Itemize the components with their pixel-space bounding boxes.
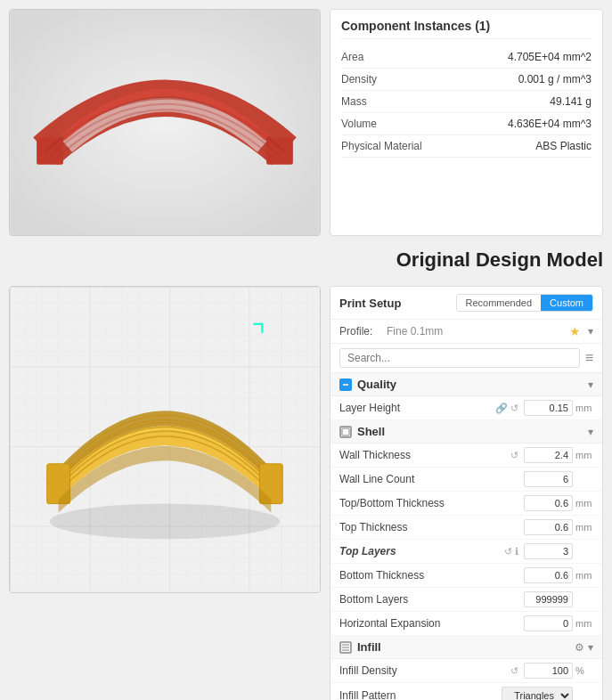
- component-title: Component Instances (1): [341, 19, 592, 39]
- layer-height-input[interactable]: [524, 400, 573, 416]
- quality-chevron-icon: ▾: [588, 378, 593, 391]
- bottom-layers-input[interactable]: [524, 591, 573, 607]
- bottom-thickness-row: Bottom Thickness mm: [330, 564, 602, 588]
- mass-value: 49.141 g: [550, 95, 592, 108]
- top-bottom-thickness-unit: mm: [575, 498, 593, 509]
- bottom-thickness-input[interactable]: [524, 567, 573, 583]
- top-thickness-input[interactable]: [524, 519, 573, 535]
- bottom-section: Print Setup Recommended Custom Profile: …: [0, 282, 612, 700]
- material-value: ABS Plastic: [535, 140, 592, 152]
- infill-chevron-icon: ▾: [588, 641, 593, 654]
- material-label: Physical Material: [341, 140, 422, 152]
- gear-icon[interactable]: ⚙: [575, 641, 584, 654]
- top-layers-row: Top Layers ↺ ℹ: [330, 540, 602, 564]
- infill-pattern-select[interactable]: Triangles Grid Lines: [502, 687, 573, 700]
- reset-icon[interactable]: ↺: [510, 403, 518, 414]
- area-value: 4.705E+04 mm^2: [508, 51, 592, 63]
- search-input[interactable]: [339, 348, 580, 368]
- infill-density-icons: ↺: [510, 665, 518, 677]
- profile-row: Profile: Fine 0.1mm ★ ▾: [330, 320, 602, 344]
- layer-height-row: Layer Height 🔗 ↺ mm: [330, 396, 602, 420]
- profile-value: Fine 0.1mm: [387, 325, 562, 338]
- print-setup-header: Print Setup Recommended Custom: [330, 287, 602, 320]
- info-row-density: Density 0.001 g / mm^3: [341, 69, 592, 91]
- wall-line-count-label: Wall Line Count: [339, 473, 518, 485]
- tab-custom[interactable]: Custom: [541, 295, 592, 311]
- chevron-down-icon[interactable]: ▾: [588, 325, 593, 338]
- shell-section-header[interactable]: Shell ▾: [330, 420, 602, 444]
- infill-section-title: Infill: [357, 640, 575, 654]
- menu-icon[interactable]: ≡: [585, 350, 593, 366]
- original-design-title: Original Design Model: [396, 241, 603, 279]
- bottom-layers-label: Bottom Layers: [339, 593, 518, 606]
- mass-label: Mass: [341, 95, 367, 108]
- top-section: Component Instances (1) Area 4.705E+04 m…: [0, 0, 612, 240]
- tab-group: Recommended Custom: [456, 294, 594, 312]
- layer-height-label: Layer Height: [339, 402, 495, 414]
- horizontal-expansion-input[interactable]: [524, 615, 573, 631]
- top-layers-info-icon[interactable]: ℹ: [515, 546, 518, 558]
- infill-section-header[interactable]: Infill ⚙ ▾: [330, 636, 602, 659]
- infill-pattern-row: Infill Pattern Triangles Grid Lines: [330, 683, 602, 700]
- svg-rect-3: [266, 138, 293, 165]
- search-row: ≡: [330, 344, 602, 373]
- quality-icon: [339, 378, 352, 391]
- top-layers-label: Top Layers: [339, 545, 504, 558]
- shell-icon: [339, 426, 352, 438]
- info-row-mass: Mass 49.141 g: [341, 91, 592, 113]
- top-layers-icons: ↺ ℹ: [504, 546, 518, 558]
- top-layers-input[interactable]: [524, 543, 573, 559]
- layer-height-unit: mm: [575, 403, 593, 413]
- horizontal-expansion-row: Horizontal Expansion mm: [330, 612, 602, 636]
- svg-rect-2: [37, 138, 63, 165]
- bottom-thickness-label: Bottom Thickness: [339, 569, 518, 582]
- info-rows: Area 4.705E+04 mm^2 Density 0.001 g / mm…: [341, 46, 592, 158]
- horizontal-expansion-label: Horizontal Expansion: [339, 617, 518, 630]
- info-row-area: Area 4.705E+04 mm^2: [341, 46, 592, 69]
- svg-point-7: [50, 504, 281, 540]
- profile-label: Profile:: [339, 325, 379, 338]
- tab-recommended[interactable]: Recommended: [457, 295, 542, 311]
- wall-thickness-unit: mm: [575, 450, 593, 460]
- wall-thickness-icons: ↺: [510, 450, 518, 461]
- wall-thickness-input[interactable]: [524, 447, 573, 463]
- print-settings-panel: Print Setup Recommended Custom Profile: …: [330, 286, 603, 700]
- bottom-model-image: [9, 286, 321, 593]
- top-layers-reset-icon[interactable]: ↺: [504, 546, 512, 558]
- wall-reset-icon[interactable]: ↺: [510, 450, 518, 461]
- link-icon[interactable]: 🔗: [495, 403, 508, 414]
- top-thickness-row: Top Thickness mm: [330, 516, 602, 540]
- infill-density-row: Infill Density ↺ %: [330, 659, 602, 683]
- svg-rect-15: [342, 428, 349, 435]
- top-thickness-label: Top Thickness: [339, 521, 518, 533]
- top-thickness-unit: mm: [575, 522, 593, 533]
- layer-height-icons: 🔗 ↺: [495, 403, 518, 414]
- print-setup-label: Print Setup: [339, 297, 401, 310]
- quality-section-title: Quality: [357, 378, 588, 391]
- star-icon[interactable]: ★: [569, 324, 581, 338]
- wall-line-count-input[interactable]: [524, 471, 573, 487]
- wall-line-count-row: Wall Line Count: [330, 468, 602, 492]
- infill-density-reset-icon[interactable]: ↺: [510, 665, 518, 677]
- horizontal-expansion-unit: mm: [575, 618, 593, 629]
- infill-density-input[interactable]: [524, 663, 573, 679]
- infill-density-label: Infill Density: [339, 664, 510, 677]
- infill-icon: [339, 641, 352, 654]
- top-bottom-thickness-row: Top/Bottom Thickness mm: [330, 492, 602, 516]
- wall-thickness-label: Wall Thickness: [339, 449, 510, 461]
- wall-thickness-row: Wall Thickness ↺ mm: [330, 444, 602, 468]
- top-bottom-thickness-input[interactable]: [524, 495, 573, 511]
- top-bottom-thickness-label: Top/Bottom Thickness: [339, 497, 518, 509]
- main-container: Component Instances (1) Area 4.705E+04 m…: [0, 0, 612, 700]
- bottom-layers-row: Bottom Layers: [330, 588, 602, 612]
- info-row-volume: Volume 4.636E+04 mm^3: [341, 113, 592, 135]
- settings-content: Quality ▾ Layer Height 🔗 ↺ mm: [330, 373, 602, 700]
- quality-section-header[interactable]: Quality ▾: [330, 373, 602, 396]
- bottom-thickness-unit: mm: [575, 570, 593, 581]
- area-label: Area: [341, 51, 363, 63]
- density-label: Density: [341, 73, 377, 85]
- volume-value: 4.636E+04 mm^3: [508, 118, 592, 130]
- infill-pattern-label: Infill Pattern: [339, 689, 496, 700]
- top-model-image: [9, 9, 321, 236]
- component-info-panel: Component Instances (1) Area 4.705E+04 m…: [330, 9, 603, 236]
